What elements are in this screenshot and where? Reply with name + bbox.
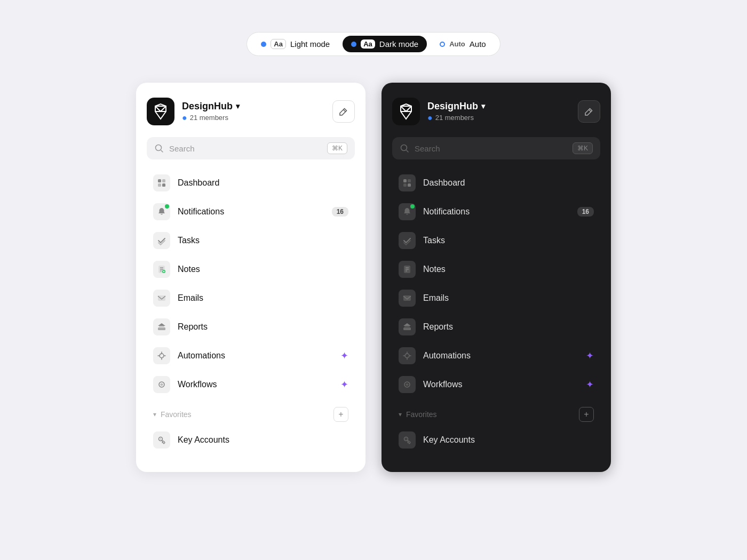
- favorites-left-dark: ▾ Favorites: [399, 410, 437, 419]
- tasks-label-dark: Tasks: [423, 236, 594, 245]
- svg-rect-7: [162, 179, 165, 182]
- tasks-icon-light: [153, 232, 170, 249]
- workspace-members-light: ● 21 members: [182, 113, 240, 123]
- workflows-sparkle-dark: ✦: [586, 379, 594, 390]
- svg-rect-41: [403, 295, 411, 301]
- reports-label-dark: Reports: [423, 322, 594, 332]
- workspace-name-light[interactable]: DesignHub ▾: [182, 101, 240, 112]
- svg-line-2: [161, 106, 166, 111]
- favorites-left-light: ▾ Favorites: [153, 410, 192, 419]
- members-icon-dark: ●: [427, 113, 433, 123]
- nav-item-workflows-light[interactable]: Workflows ✦: [147, 371, 355, 398]
- svg-marker-44: [403, 323, 411, 326]
- svg-line-28: [401, 106, 406, 111]
- workflows-label-dark: Workflows: [423, 380, 578, 389]
- dashboard-icon-dark: [399, 174, 416, 191]
- search-bar-light[interactable]: Search ⌘K: [147, 137, 355, 159]
- notifications-label-light: Notifications: [178, 207, 324, 217]
- notes-icon-light: [153, 261, 170, 278]
- tasks-label-light: Tasks: [178, 236, 348, 245]
- emails-icon-dark: [399, 290, 416, 307]
- reports-icon-light: [153, 318, 170, 335]
- nav-item-tasks-light[interactable]: Tasks: [147, 227, 355, 254]
- nav-item-automations-light[interactable]: Automations ✦: [147, 342, 355, 370]
- automations-label-light: Automations: [178, 351, 333, 361]
- workspace-name-dark[interactable]: DesignHub ▾: [427, 101, 485, 112]
- notifications-icon-light: [153, 203, 170, 220]
- workspace-info-dark: DesignHub ▾ ● 21 members: [392, 98, 485, 125]
- workflows-label-light: Workflows: [178, 380, 333, 389]
- nav-item-emails-dark[interactable]: Emails: [392, 284, 600, 312]
- sidebar-dark: DesignHub ▾ ● 21 members: [382, 83, 611, 472]
- favorites-add-button-dark[interactable]: +: [579, 407, 594, 422]
- notes-label-dark: Notes: [423, 265, 594, 274]
- nav-item-dashboard-dark[interactable]: Dashboard: [392, 169, 600, 197]
- nav-list-light: Dashboard Notifications 16: [147, 169, 355, 398]
- auto-mode-option[interactable]: Auto Auto: [431, 36, 494, 52]
- reports-label-light: Reports: [178, 322, 348, 332]
- search-bar-dark[interactable]: Search ⌘K: [392, 137, 600, 159]
- svg-point-32: [401, 145, 407, 151]
- workspace-header-light: DesignHub ▾ ● 21 members: [147, 98, 355, 125]
- nav-item-reports-dark[interactable]: Reports: [392, 313, 600, 341]
- workflows-icon-light: [153, 376, 170, 393]
- dark-mode-aa: Aa: [361, 39, 375, 49]
- svg-point-50: [406, 438, 407, 439]
- nav-item-notifications-light[interactable]: Notifications 16: [147, 198, 355, 226]
- favorites-header-light[interactable]: ▾ Favorites +: [147, 403, 355, 426]
- favorites-label-dark: Favorites: [406, 410, 437, 419]
- nav-item-key-accounts-dark[interactable]: Key Accounts: [392, 426, 600, 454]
- dashboard-label-dark: Dashboard: [423, 178, 594, 188]
- favorites-header-dark[interactable]: ▾ Favorites +: [392, 403, 600, 426]
- auto-mode-dot: [440, 42, 445, 47]
- nav-item-emails-light[interactable]: Emails: [147, 284, 355, 312]
- edit-button-light[interactable]: [332, 100, 355, 123]
- search-icon-dark: [400, 143, 409, 153]
- emails-label-light: Emails: [178, 293, 348, 303]
- dashboard-icon-light: [153, 174, 170, 191]
- nav-item-notes-dark[interactable]: Notes: [392, 255, 600, 283]
- emails-icon-light: [153, 290, 170, 307]
- search-placeholder-light: Search: [169, 144, 322, 153]
- theme-toggle-bar: Aa Light mode Aa Dark mode Auto Auto: [247, 32, 500, 56]
- nav-item-automations-dark[interactable]: Automations ✦: [392, 342, 600, 370]
- notifications-badge-dark: 16: [577, 207, 594, 217]
- light-mode-aa: Aa: [271, 39, 286, 49]
- nav-item-reports-light[interactable]: Reports: [147, 313, 355, 341]
- key-accounts-icon-dark: [399, 431, 416, 449]
- nav-item-tasks-dark[interactable]: Tasks: [392, 227, 600, 254]
- edit-button-dark[interactable]: [578, 100, 600, 123]
- workspace-members-dark: ● 21 members: [427, 113, 485, 123]
- workspace-chevron-dark: ▾: [481, 102, 485, 110]
- automations-sparkle-light: ✦: [340, 350, 348, 362]
- dark-mode-option[interactable]: Aa Dark mode: [343, 36, 427, 52]
- favorites-add-button-light[interactable]: +: [333, 407, 348, 422]
- light-mode-option[interactable]: Aa Light mode: [252, 36, 338, 52]
- svg-rect-8: [158, 183, 161, 187]
- sidebars-container: DesignHub ▾ ● 21 members: [136, 83, 611, 472]
- members-icon-light: ●: [182, 113, 187, 123]
- automations-label-dark: Automations: [423, 351, 578, 361]
- nav-item-workflows-dark[interactable]: Workflows ✦: [392, 371, 600, 398]
- notes-label-light: Notes: [178, 265, 348, 274]
- svg-line-1: [155, 106, 161, 111]
- notifications-label-dark: Notifications: [423, 207, 570, 217]
- automations-sparkle-dark: ✦: [586, 350, 594, 362]
- key-accounts-label-dark: Key Accounts: [423, 435, 594, 445]
- favorites-section-dark: ▾ Favorites + Key Accounts: [392, 403, 600, 454]
- workspace-chevron-light: ▾: [236, 102, 240, 110]
- nav-item-notifications-dark[interactable]: Notifications 16: [392, 198, 600, 226]
- notifications-green-dot-light: [165, 204, 169, 209]
- auto-mode-label: Auto: [470, 39, 486, 49]
- nav-item-dashboard-light[interactable]: Dashboard: [147, 169, 355, 197]
- svg-marker-20: [158, 323, 165, 326]
- workspace-logo-dark: [392, 98, 420, 125]
- nav-item-notes-light[interactable]: Notes: [147, 255, 355, 283]
- automations-icon-dark: [399, 347, 416, 364]
- light-mode-label: Light mode: [290, 39, 330, 49]
- svg-rect-33: [403, 179, 407, 182]
- search-shortcut-light: ⌘K: [327, 142, 347, 154]
- auto-mode-aa: Auto: [449, 40, 465, 48]
- svg-rect-35: [403, 183, 407, 187]
- nav-item-key-accounts-light[interactable]: Key Accounts: [147, 426, 355, 454]
